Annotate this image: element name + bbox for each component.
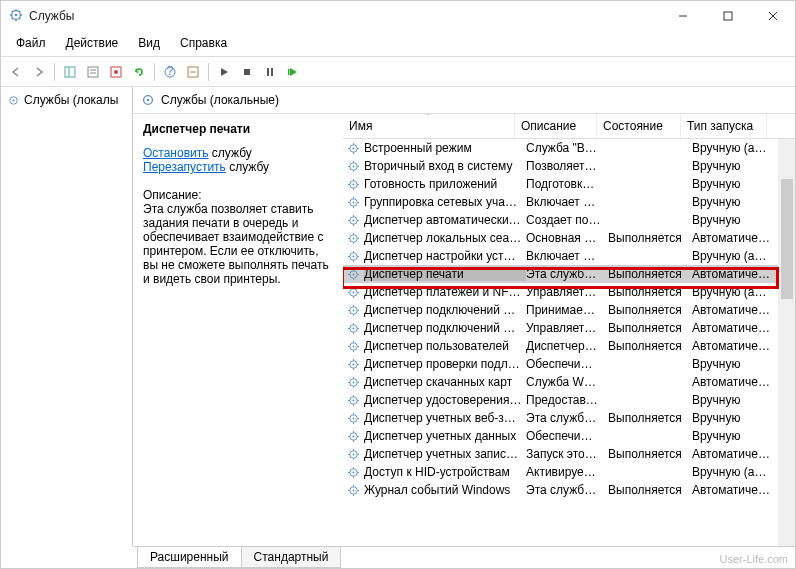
help-button[interactable]: ? [159, 61, 181, 83]
svg-point-36 [353, 237, 355, 239]
gear-icon [347, 322, 360, 335]
svg-point-24 [147, 99, 150, 102]
service-row[interactable]: Вторичный вход в системуПозволяет…Вручну… [343, 157, 778, 175]
menu-help[interactable]: Справка [171, 33, 236, 53]
services-window: Службы Файл Действие Вид Справка ? [0, 0, 796, 569]
play-button[interactable] [213, 61, 235, 83]
cell-name: Журнал событий Windows [364, 483, 526, 497]
restart-button[interactable] [282, 61, 304, 83]
gear-icon [347, 448, 360, 461]
service-row[interactable]: Диспетчер подключений …Управляет…Выполня… [343, 319, 778, 337]
gear-icon [347, 142, 360, 155]
action-button[interactable] [182, 61, 204, 83]
back-button[interactable] [5, 61, 27, 83]
service-row[interactable]: Диспетчер пользователейДиспетчер…Выполня… [343, 337, 778, 355]
service-row[interactable]: Диспетчер платежей и NF…Управляет…Выполн… [343, 283, 778, 301]
forward-button[interactable] [28, 61, 50, 83]
export-button[interactable] [105, 61, 127, 83]
toolbar: ? [1, 58, 795, 87]
gear-icon [347, 358, 360, 371]
service-row[interactable]: Диспетчер локальных сеа…Основная …Выполн… [343, 229, 778, 247]
svg-point-28 [353, 165, 355, 167]
cell-description: Управляет… [526, 285, 608, 299]
restart-service-action: Перезапустить службу [143, 160, 333, 174]
show-hide-button[interactable] [59, 61, 81, 83]
cell-description: Обеспечи… [526, 357, 608, 371]
cell-startup: Автоматиче… [692, 303, 770, 317]
service-row[interactable]: Диспетчер подключений …Принимае…Выполняе… [343, 301, 778, 319]
service-row[interactable]: Диспетчер печатиЭта служб…ВыполняетсяАвт… [343, 265, 778, 283]
gear-icon [347, 232, 360, 245]
svg-point-48 [353, 345, 355, 347]
svg-point-32 [353, 201, 355, 203]
svg-point-12 [114, 70, 118, 74]
col-name[interactable]: Имя [343, 114, 515, 138]
stop-button[interactable] [236, 61, 258, 83]
tree-item-services[interactable]: Службы (локалы [5, 91, 128, 109]
service-row[interactable]: Диспетчер проверки подл…Обеспечи…Вручную [343, 355, 778, 373]
cell-name: Диспетчер скачанных карт [364, 375, 526, 389]
main-panel: Службы (локальные) Диспетчер печати Оста… [133, 87, 795, 546]
cell-description: Основная … [526, 231, 608, 245]
service-row[interactable]: Журнал событий WindowsЭта служб…Выполняе… [343, 481, 778, 499]
menu-file[interactable]: Файл [7, 33, 55, 53]
service-row[interactable]: Диспетчер настройки устр…Включает …Вручн… [343, 247, 778, 265]
cell-name: Диспетчер локальных сеа… [364, 231, 526, 245]
stop-link[interactable]: Остановить [143, 146, 209, 160]
svg-point-64 [353, 489, 355, 491]
tab-standard[interactable]: Стандартный [241, 547, 342, 568]
minimize-button[interactable] [660, 1, 705, 31]
vertical-scrollbar[interactable] [778, 139, 795, 546]
cell-startup: Автоматиче… [692, 339, 770, 353]
svg-point-26 [353, 147, 355, 149]
cell-startup: Автоматиче… [692, 321, 770, 335]
service-row[interactable]: Диспетчер удостоверения …Предостав…Вручн… [343, 391, 778, 409]
description-text: Эта служба позволяет ставить задания печ… [143, 202, 333, 286]
col-description[interactable]: Описание [515, 114, 597, 138]
refresh-button[interactable] [128, 61, 150, 83]
cell-startup: Автоматиче… [692, 375, 770, 389]
cell-state: Выполняется [608, 303, 692, 317]
col-startup[interactable]: Тип запуска [681, 114, 767, 138]
menu-view[interactable]: Вид [129, 33, 169, 53]
svg-rect-19 [271, 68, 273, 76]
menubar: Файл Действие Вид Справка [1, 31, 795, 55]
watermark: User-Life.com [720, 553, 788, 565]
service-row[interactable]: Диспетчер скачанных картСлужба W…Автомат… [343, 373, 778, 391]
col-state[interactable]: Состояние [597, 114, 681, 138]
restart-link[interactable]: Перезапустить [143, 160, 226, 174]
gear-icon [347, 160, 360, 173]
svg-rect-8 [88, 67, 98, 77]
cell-description: Создает по… [526, 213, 608, 227]
svg-point-38 [353, 255, 355, 257]
service-row[interactable]: Диспетчер учетных веб-за…Эта служб…Выпол… [343, 409, 778, 427]
properties-button[interactable] [82, 61, 104, 83]
tree-label: Службы (локалы [24, 93, 118, 107]
cell-startup: Вручную [692, 393, 770, 407]
svg-rect-20 [288, 69, 290, 75]
svg-point-52 [353, 381, 355, 383]
cell-startup: Вручную [692, 357, 770, 371]
cell-description: Принимае… [526, 303, 608, 317]
cell-name: Диспетчер печати [364, 267, 526, 281]
menu-action[interactable]: Действие [57, 33, 128, 53]
cell-name: Диспетчер учетных данных [364, 429, 526, 443]
gear-icon [347, 430, 360, 443]
service-row[interactable]: Готовность приложенийПодготовк…Вручную [343, 175, 778, 193]
view-tabs: Расширенный Стандартный [133, 546, 795, 568]
gear-icon [347, 196, 360, 209]
maximize-button[interactable] [705, 1, 750, 31]
service-row[interactable]: Доступ к HID-устройствамАктивируе…Вручну… [343, 463, 778, 481]
service-row[interactable]: Диспетчер автоматически…Создает по…Вручн… [343, 211, 778, 229]
service-row[interactable]: Диспетчер учетных записе…Запуск это…Выпо… [343, 445, 778, 463]
tab-extended[interactable]: Расширенный [137, 547, 242, 568]
cell-description: Обеспечи… [526, 429, 608, 443]
cell-name: Диспетчер удостоверения … [364, 393, 526, 407]
service-row[interactable]: Группировка сетевых учас…Включает …Вручн… [343, 193, 778, 211]
service-row[interactable]: Встроенный режимСлужба "В…Вручную (ак… [343, 139, 778, 157]
close-button[interactable] [750, 1, 795, 31]
cell-description: Подготовк… [526, 177, 608, 191]
pause-button[interactable] [259, 61, 281, 83]
service-row[interactable]: Диспетчер учетных данныхОбеспечи…Вручную [343, 427, 778, 445]
titlebar: Службы [1, 1, 795, 31]
